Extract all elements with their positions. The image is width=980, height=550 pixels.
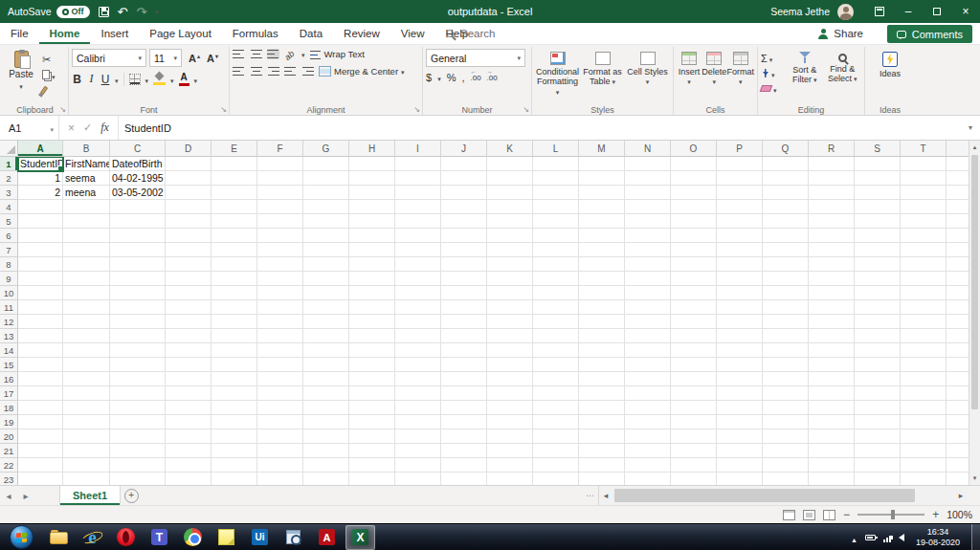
cell-P9[interactable]: [717, 272, 763, 286]
tab-home[interactable]: Home: [39, 23, 91, 44]
cell-C12[interactable]: [110, 315, 166, 329]
vertical-scroll-thumb[interactable]: [971, 155, 978, 409]
cell-O11[interactable]: [671, 300, 717, 315]
clear-dropdown[interactable]: [773, 83, 777, 95]
cell-S2[interactable]: [855, 171, 901, 186]
orientation-button[interactable]: ab: [282, 46, 298, 61]
cell-M3[interactable]: [579, 186, 625, 200]
cell-P11[interactable]: [717, 300, 763, 315]
cell-L16[interactable]: [533, 372, 579, 386]
search-box[interactable]: Search: [446, 23, 495, 44]
cell-K19[interactable]: [487, 415, 533, 429]
row-header-18[interactable]: 18: [0, 401, 18, 415]
cell-G2[interactable]: [303, 171, 349, 186]
cell-T23[interactable]: [901, 473, 947, 485]
cell-O2[interactable]: [671, 171, 717, 186]
row-header-4[interactable]: 4: [0, 200, 18, 214]
cell-S9[interactable]: [855, 272, 901, 286]
cell-C7[interactable]: [110, 243, 166, 257]
cell-P19[interactable]: [717, 415, 763, 429]
cell-D15[interactable]: [166, 358, 212, 372]
cell-M20[interactable]: [579, 429, 625, 444]
cell-H5[interactable]: [349, 214, 395, 229]
cell-A1[interactable]: StudentID: [18, 157, 63, 171]
cell-L13[interactable]: [533, 329, 579, 343]
scroll-right-button[interactable]: ▸: [954, 486, 968, 505]
cell-P2[interactable]: [717, 171, 763, 186]
number-format-select[interactable]: General: [426, 49, 525, 67]
cell-P8[interactable]: [717, 257, 763, 272]
cell-M13[interactable]: [579, 329, 625, 343]
normal-view-button[interactable]: [783, 510, 795, 520]
cell-E11[interactable]: [212, 300, 257, 315]
cell-L2[interactable]: [533, 171, 579, 186]
horizontal-scrollbar[interactable]: ◂ ▸: [598, 486, 968, 505]
cell-R18[interactable]: [809, 401, 855, 415]
cell-T10[interactable]: [901, 286, 947, 300]
cell-K6[interactable]: [487, 229, 533, 243]
cell-R19[interactable]: [809, 415, 855, 429]
taskbar-adobe-acrobat[interactable]: [312, 525, 342, 550]
cell-T15[interactable]: [901, 358, 947, 372]
cell-J7[interactable]: [441, 243, 487, 257]
cell-I9[interactable]: [395, 272, 441, 286]
cell-N4[interactable]: [625, 200, 671, 214]
cell-E3[interactable]: [212, 186, 257, 200]
cell-P4[interactable]: [717, 200, 763, 214]
cell-K4[interactable]: [487, 200, 533, 214]
cell-L8[interactable]: [533, 257, 579, 272]
cell-I5[interactable]: [395, 214, 441, 229]
redo-button[interactable]: ↷: [136, 6, 146, 18]
cell-F3[interactable]: [257, 186, 303, 200]
cell-T18[interactable]: [901, 401, 947, 415]
row-header-23[interactable]: 23: [0, 473, 18, 485]
cell-K5[interactable]: [487, 214, 533, 229]
row-header-16[interactable]: 16: [0, 372, 18, 386]
cell-F9[interactable]: [257, 272, 303, 286]
row-header-21[interactable]: 21: [0, 444, 18, 458]
cell-S7[interactable]: [855, 243, 901, 257]
cell-O20[interactable]: [671, 429, 717, 444]
column-header-G[interactable]: G: [303, 141, 349, 157]
cell-D6[interactable]: [166, 229, 212, 243]
cell-K15[interactable]: [487, 358, 533, 372]
increase-decimal-button[interactable]: .00: [470, 74, 480, 82]
cell-G22[interactable]: [303, 458, 349, 473]
cell-M19[interactable]: [579, 415, 625, 429]
cell-N11[interactable]: [625, 300, 671, 315]
cell-G18[interactable]: [303, 401, 349, 415]
cell-C8[interactable]: [110, 257, 166, 272]
row-header-14[interactable]: 14: [0, 343, 18, 358]
cell-M2[interactable]: [579, 171, 625, 186]
cell-H16[interactable]: [349, 372, 395, 386]
cell-O10[interactable]: [671, 286, 717, 300]
taskbar-uipath[interactable]: [245, 525, 275, 550]
tab-view[interactable]: View: [390, 23, 435, 44]
cell-M6[interactable]: [579, 229, 625, 243]
cell-D11[interactable]: [166, 300, 212, 315]
cell-I20[interactable]: [395, 429, 441, 444]
cell-A15[interactable]: [18, 358, 63, 372]
taskbar-ui-explorer[interactable]: [278, 525, 308, 550]
cell-N18[interactable]: [625, 401, 671, 415]
cell-Q15[interactable]: [763, 358, 809, 372]
cell-N16[interactable]: [625, 372, 671, 386]
cell-H3[interactable]: [349, 186, 395, 200]
cell-B16[interactable]: [63, 372, 110, 386]
cell-K16[interactable]: [487, 372, 533, 386]
cell-D10[interactable]: [166, 286, 212, 300]
cell-Q1[interactable]: [763, 157, 809, 171]
cell-A9[interactable]: [18, 272, 63, 286]
cell-Q14[interactable]: [763, 343, 809, 358]
cell-R3[interactable]: [809, 186, 855, 200]
cell-T17[interactable]: [901, 386, 947, 401]
cell-I16[interactable]: [395, 372, 441, 386]
cell-F14[interactable]: [257, 343, 303, 358]
cell-G20[interactable]: [303, 429, 349, 444]
cell-N2[interactable]: [625, 171, 671, 186]
cell-J2[interactable]: [441, 171, 487, 186]
cell-F5[interactable]: [257, 214, 303, 229]
row-header-2[interactable]: 2: [0, 171, 18, 186]
row-header-15[interactable]: 15: [0, 358, 18, 372]
cell-T12[interactable]: [901, 315, 947, 329]
